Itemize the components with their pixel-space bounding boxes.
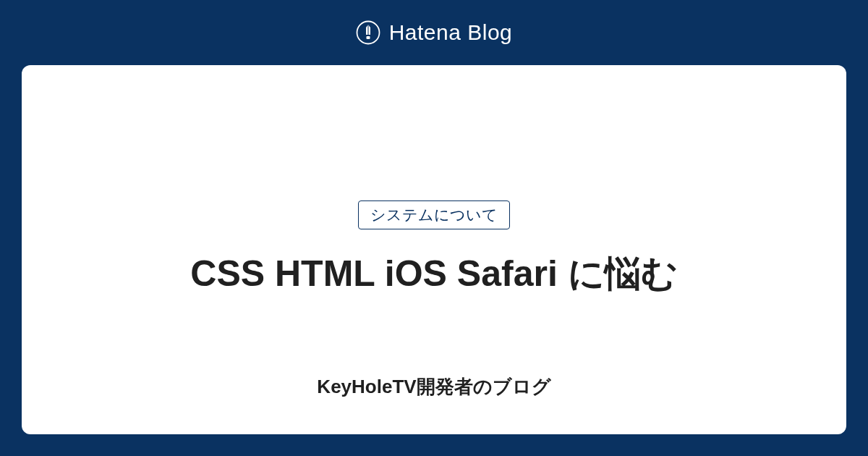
category-badge: システムについて	[358, 200, 510, 229]
blog-author: KeyHoleTV開発者のブログ	[317, 374, 550, 400]
post-title: CSS HTML iOS Safari に悩む	[190, 250, 677, 299]
logo-text: Hatena Blog	[389, 20, 513, 45]
hatena-logo-icon	[356, 20, 380, 45]
header: Hatena Blog	[0, 0, 868, 65]
content-card: システムについて CSS HTML iOS Safari に悩む KeyHole…	[22, 65, 846, 434]
svg-rect-1	[366, 36, 370, 39]
